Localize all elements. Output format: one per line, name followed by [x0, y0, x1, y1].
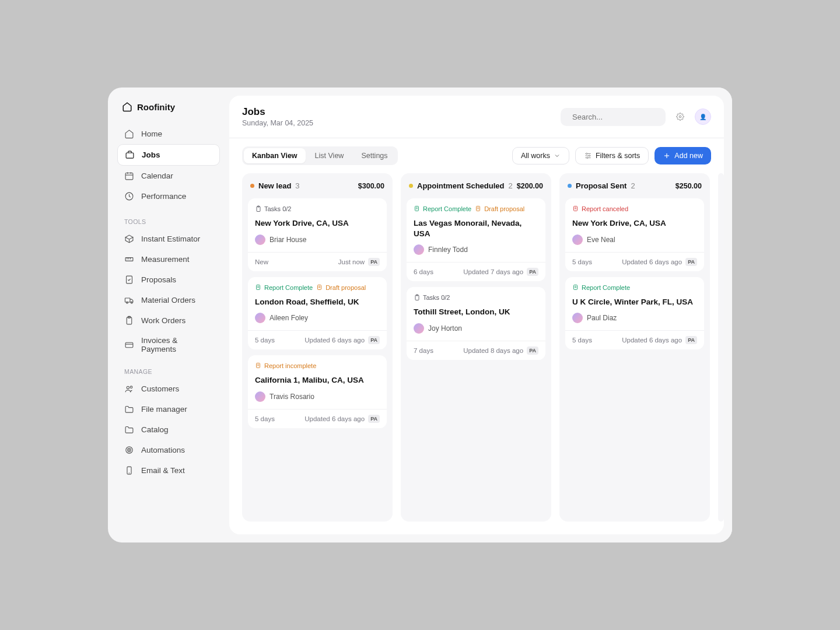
tab-kanban-view[interactable]: Kanban View — [244, 148, 306, 163]
nav-customers[interactable]: Customers — [117, 379, 220, 399]
nav-label: Home — [141, 130, 162, 138]
sidebar: Roofinity HomeJobsCalendarPerformance TO… — [108, 88, 229, 542]
updated-text: Updated 7 days ago — [463, 268, 523, 275]
avatar — [414, 323, 424, 334]
card-badges: Report canceled — [572, 205, 697, 212]
updated-text: Updated 8 days ago — [463, 347, 523, 354]
job-card[interactable]: Tasks 0/2 New York Drive, CA, USA Briar … — [248, 198, 387, 271]
doc-icon — [255, 362, 262, 369]
works-filter-label: All works — [521, 152, 550, 160]
status-badge: Tasks 0/2 — [414, 294, 450, 301]
nav-instant-estimator[interactable]: Instant Estimator — [117, 229, 220, 249]
pa-badge: PA — [368, 415, 380, 423]
card-age: 5 days — [255, 415, 275, 422]
nav-measurement[interactable]: Measurement — [117, 249, 220, 270]
add-new-button[interactable]: Add new — [654, 147, 711, 164]
column-count: 2 — [509, 181, 513, 190]
column-title: Appointment Scheduled 2 — [409, 181, 513, 190]
avatar — [572, 313, 583, 323]
svg-rect-7 — [125, 258, 133, 261]
avatar — [255, 313, 265, 323]
nav-label: Proposals — [141, 275, 176, 284]
search-input[interactable] — [572, 113, 670, 121]
card-assignee: Briar House — [255, 235, 380, 245]
nav-file-manager[interactable]: File manager — [117, 399, 220, 419]
column-peek — [718, 173, 724, 522]
chevron-down-icon — [554, 152, 561, 159]
card-badges: Report Complete — [572, 284, 697, 291]
nav-calendar[interactable]: Calendar — [117, 166, 220, 186]
job-card[interactable]: Tasks 0/2 Tothill Street, London, UK Joy… — [407, 287, 545, 360]
users-icon — [124, 384, 134, 394]
works-filter-button[interactable]: All works — [512, 147, 569, 164]
status-badge: Draft proposal — [316, 284, 366, 291]
card-assignee: Travis Rosario — [255, 391, 380, 402]
gear-icon — [676, 113, 684, 121]
sidebar-section-label: MANAGE — [117, 359, 220, 379]
clipboard-icon — [255, 205, 262, 212]
status-badge: Report Complete — [414, 205, 471, 212]
job-card[interactable]: Report canceled New York Drive, CA, USA … — [565, 198, 704, 271]
status-dot — [568, 184, 572, 188]
settings-button[interactable] — [671, 108, 689, 125]
nav-catalog[interactable]: Catalog — [117, 419, 220, 440]
card-footer: 7 days Updated 8 days ago PA — [407, 341, 545, 360]
status-badge: Report canceled — [572, 205, 628, 212]
avatar — [414, 244, 424, 255]
svg-point-14 — [131, 302, 132, 303]
job-card[interactable]: Report incomplete California 1, Malibu, … — [248, 355, 387, 428]
nav-invoices-payments[interactable]: Invoices & Payments — [117, 331, 220, 359]
status-badge: Report Complete — [572, 284, 630, 291]
main: Jobs Sunday, Mar 04, 2025 👤 Kanban ViewL… — [229, 88, 732, 542]
folder-icon — [124, 404, 134, 414]
column-header: Appointment Scheduled 2 $200.00 — [407, 181, 545, 192]
tab-settings[interactable]: Settings — [353, 148, 396, 163]
svg-point-32 — [586, 153, 587, 154]
nav-proposals[interactable]: Proposals — [117, 270, 220, 290]
avatar — [255, 235, 265, 245]
updated-text: Updated 6 days ago — [304, 415, 365, 422]
card-age: 5 days — [255, 337, 275, 344]
svg-point-33 — [589, 155, 590, 156]
card-title: New York Drive, CA, USA — [255, 218, 380, 229]
nav-home[interactable]: Home — [117, 124, 220, 144]
badge-text: Draft proposal — [326, 284, 366, 291]
nav-work-orders[interactable]: Work Orders — [117, 310, 220, 331]
nav-jobs[interactable]: Jobs — [117, 144, 220, 166]
clock-icon — [124, 191, 134, 201]
card-badges: Tasks 0/2 — [255, 205, 380, 212]
badge-text: Report Complete — [264, 284, 313, 291]
assignee-name: Paul Diaz — [587, 314, 617, 322]
home-icon — [124, 129, 134, 139]
svg-rect-0 — [126, 153, 134, 158]
nav-automations[interactable]: Automations — [117, 440, 220, 460]
nav-email-text[interactable]: Email & Text — [117, 460, 220, 481]
card-updated: Updated 7 days ago PA — [463, 268, 538, 276]
header-actions: 👤 — [561, 108, 711, 126]
column-name: Appointment Scheduled — [417, 181, 505, 190]
nav-performance[interactable]: Performance — [117, 186, 220, 206]
card-body: Tasks 0/2 Tothill Street, London, UK Joy… — [407, 287, 545, 341]
job-card[interactable]: Report Complete U K Circle, Winter Park,… — [565, 277, 704, 350]
svg-rect-42 — [318, 285, 321, 289]
search-box[interactable] — [561, 108, 666, 126]
pa-badge: PA — [685, 336, 697, 344]
badge-text: Tasks 0/2 — [423, 294, 450, 301]
clipboard-icon — [414, 294, 421, 301]
badge-text: Report incomplete — [264, 362, 316, 369]
svg-rect-56 — [574, 206, 578, 211]
card-age: 6 days — [414, 268, 433, 275]
job-card[interactable]: Report Complete Draft proposal Las Vegas… — [407, 198, 545, 281]
tab-list-view[interactable]: List View — [307, 148, 352, 163]
add-new-label: Add new — [674, 152, 703, 160]
user-avatar[interactable]: 👤 — [695, 108, 711, 125]
assignee-name: Eve Neal — [587, 236, 615, 244]
job-card[interactable]: Report Complete Draft proposal London Ro… — [248, 277, 387, 350]
card-body: Report Complete U K Circle, Winter Park,… — [565, 277, 704, 331]
nav-material-orders[interactable]: Material Orders — [117, 290, 220, 310]
assignee-name: Aileen Foley — [270, 314, 308, 322]
card-title: Tothill Street, London, UK — [414, 307, 538, 317]
column-amount: $300.00 — [358, 182, 384, 190]
filters-sorts-button[interactable]: Filters & sorts — [575, 147, 649, 164]
folder-icon — [124, 425, 134, 435]
